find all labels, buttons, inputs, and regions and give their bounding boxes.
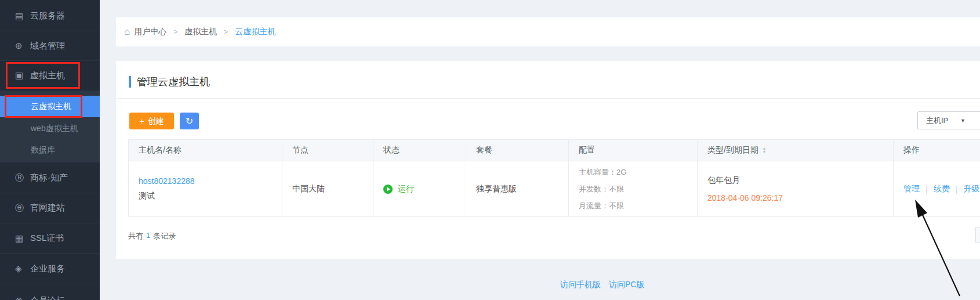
- header-actions: 操作: [894, 140, 980, 161]
- expire-date: 2018-04-06 09:26:17: [707, 193, 783, 203]
- submenu-item-database[interactable]: 数据库: [0, 139, 100, 161]
- cell-type-expire: 包年包月 2018-04-06 09:26:17: [698, 161, 894, 216]
- record-summary: 共有 1 条记录: [128, 231, 176, 241]
- config-traffic: 月流量：不限: [579, 201, 624, 211]
- sort-icon[interactable]: ▴▾: [763, 147, 765, 154]
- sidebar-item-trademark[interactable]: Ⓡ 商标·知产: [0, 163, 100, 193]
- main-panel: 管理云虚拟主机 + 创建 ↻ 主机IP ▼ 主机名/名称 节点 状态 套餐 配置…: [116, 61, 980, 259]
- title-accent-bar: [129, 76, 131, 88]
- page-title-row: 管理云虚拟主机: [116, 61, 980, 89]
- pagination-button[interactable]: [975, 227, 980, 243]
- header-status: 状态: [373, 140, 466, 161]
- summary-suffix: 条记录: [153, 231, 176, 241]
- breadcrumb: ⌂ 用户中心 > 虚拟主机 > 云虚拟主机: [116, 17, 980, 46]
- sidebar: ▤ 云服务器 ⊕ 域名管理 ▣ 虚拟主机 云虚拟主机 web虚拟主机 数据库 Ⓡ…: [0, 0, 100, 300]
- summary-prefix: 共有: [128, 231, 143, 241]
- plan-value: 独享普惠版: [476, 184, 517, 194]
- config-concurrency: 并发数：不限: [579, 184, 624, 194]
- title-divider: [116, 98, 980, 99]
- sidebar-item-virtual-host[interactable]: ▣ 虚拟主机: [0, 61, 100, 90]
- node-value: 中国大陆: [292, 184, 325, 194]
- status-badge: 运行: [398, 184, 414, 194]
- visit-pc-link[interactable]: 访问PC版: [609, 280, 644, 290]
- virtual-host-icon: ▣: [15, 70, 30, 81]
- header-host-name: 主机名/名称: [129, 140, 282, 161]
- table-row: host802132288 测试 中国大陆 运行 独享普惠版 主机容量：2G 并…: [129, 161, 980, 217]
- breadcrumb-user-center[interactable]: 用户中心: [134, 27, 166, 37]
- breadcrumb-virtual-host[interactable]: 虚拟主机: [184, 27, 217, 37]
- create-button[interactable]: + 创建: [129, 113, 174, 129]
- header-node: 节点: [282, 140, 373, 161]
- cell-config: 主机容量：2G 并发数：不限 月流量：不限: [569, 161, 698, 216]
- ssl-certificate-icon: ▦: [15, 233, 30, 244]
- visit-mobile-link[interactable]: 访问手机版: [560, 280, 601, 290]
- refresh-icon: ↻: [186, 116, 193, 126]
- chevron-down-icon: ▼: [960, 118, 966, 124]
- server-icon: ▤: [15, 11, 30, 21]
- header-plan: 套餐: [466, 140, 569, 161]
- table-header-row: 主机名/名称 节点 状态 套餐 配置 类型/到期日期 ▴▾ 操作: [129, 139, 980, 161]
- virtual-host-submenu: 云虚拟主机 web虚拟主机 数据库: [0, 91, 100, 162]
- page-title: 管理云虚拟主机: [137, 75, 210, 89]
- submenu-item-web-virtual-host[interactable]: web虚拟主机: [0, 118, 100, 139]
- sidebar-item-member[interactable]: ◉ 会员论坛: [0, 289, 100, 300]
- host-alias: 测试: [139, 191, 155, 201]
- create-button-label: 创建: [148, 116, 164, 126]
- breadcrumb-separator: >: [224, 28, 228, 36]
- sidebar-item-cloud-server[interactable]: ▤ 云服务器: [0, 1, 100, 31]
- refresh-button[interactable]: ↻: [180, 113, 199, 129]
- host-name-link[interactable]: host802132288: [139, 176, 195, 186]
- upgrade-link[interactable]: 升级: [963, 184, 979, 194]
- submenu-item-label: web虚拟主机: [31, 124, 78, 134]
- sidebar-item-label: 官网建站: [30, 203, 65, 214]
- member-icon: ◉: [15, 295, 30, 300]
- cell-actions: 管理 | 续费 | 升级: [894, 161, 980, 216]
- sidebar-item-label: 企业服务: [30, 263, 65, 274]
- plus-icon: +: [139, 117, 144, 126]
- sidebar-item-domain[interactable]: ⊕ 域名管理: [0, 31, 100, 60]
- submenu-item-label: 云虚拟主机: [31, 102, 71, 112]
- cell-plan: 独享普惠版: [466, 161, 569, 216]
- config-capacity: 主机容量：2G: [579, 167, 626, 178]
- renew-link[interactable]: 续费: [934, 184, 950, 194]
- header-type-expire[interactable]: 类型/到期日期 ▴▾: [698, 140, 894, 161]
- record-count: 1: [146, 231, 150, 241]
- sidebar-item-label: SSL证书: [30, 233, 64, 244]
- header-config: 配置: [569, 140, 698, 161]
- sidebar-item-website-builder[interactable]: ⓔ 官网建站: [0, 193, 100, 223]
- header-type-expire-label: 类型/到期日期: [707, 145, 758, 156]
- sidebar-item-enterprise[interactable]: ◈ 企业服务: [0, 254, 100, 284]
- footer: 访问手机版 访问PC版: [560, 280, 644, 290]
- breadcrumb-separator: >: [173, 28, 177, 36]
- host-table: 主机名/名称 节点 状态 套餐 配置 类型/到期日期 ▴▾ 操作 host802…: [128, 139, 980, 217]
- trademark-icon: Ⓡ: [15, 172, 30, 183]
- running-status-icon: [383, 185, 393, 194]
- sidebar-item-label: 虚拟主机: [30, 70, 65, 81]
- filter-selected-value: 主机IP: [926, 115, 948, 126]
- cell-status: 运行: [373, 161, 466, 216]
- submenu-item-cloud-virtual-host[interactable]: 云虚拟主机: [0, 96, 100, 117]
- billing-type: 包年包月: [707, 175, 740, 186]
- website-icon: ⓔ: [15, 203, 30, 214]
- manage-link[interactable]: 管理: [903, 184, 920, 194]
- enterprise-service-icon: ◈: [15, 263, 30, 274]
- sidebar-item-label: 会员论坛: [30, 295, 65, 300]
- sidebar-item-ssl[interactable]: ▦ SSL证书: [0, 223, 100, 253]
- sidebar-item-label: 商标·知产: [30, 172, 68, 183]
- action-separator: |: [925, 185, 928, 194]
- cell-host-name: host802132288 测试: [129, 161, 282, 216]
- host-ip-filter-select[interactable]: 主机IP ▼: [917, 111, 980, 129]
- submenu-item-label: 数据库: [31, 145, 55, 156]
- action-separator: |: [956, 185, 958, 194]
- globe-icon: ⊕: [15, 41, 30, 51]
- home-icon: ⌂: [124, 26, 130, 38]
- sidebar-item-label: 云服务器: [30, 10, 65, 21]
- cell-node: 中国大陆: [282, 161, 373, 216]
- breadcrumb-current[interactable]: 云虚拟主机: [235, 27, 275, 37]
- sidebar-item-label: 域名管理: [30, 41, 65, 52]
- sidebar-divider: [0, 284, 100, 284]
